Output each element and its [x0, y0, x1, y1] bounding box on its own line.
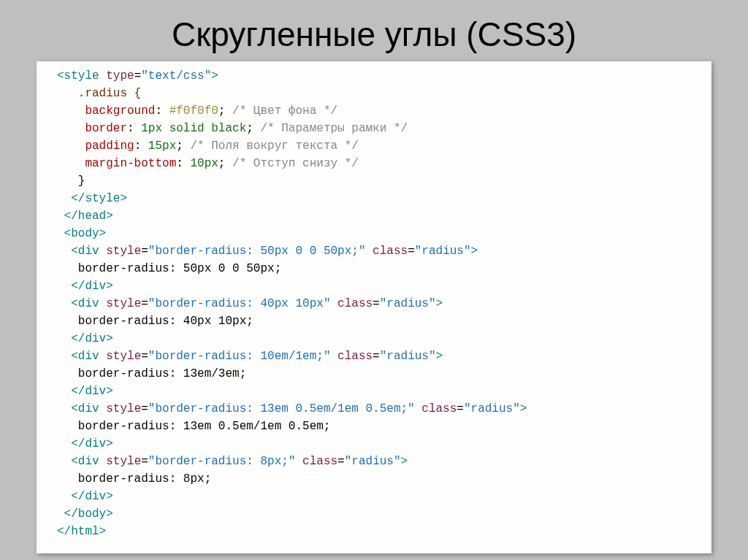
code-line: <div style="border-radius: 40px 10px" cl…: [57, 297, 443, 310]
code-line: </div>: [57, 280, 113, 293]
code-line: <div style="border-radius: 8px;" class="…: [57, 455, 408, 468]
code-line: </div>: [57, 332, 113, 345]
code-block: <style type="text/css"> .radius { backgr…: [37, 61, 711, 553]
code-line: </div>: [57, 490, 113, 503]
code-line: <div style="border-radius: 13em 0.5em/1e…: [57, 402, 527, 415]
code-line: border-radius: 40px 10px;: [57, 315, 253, 328]
code-line: border-radius: 13em 0.5em/1em 0.5em;: [57, 420, 330, 433]
code-line: }: [57, 174, 85, 188]
slide-title: Скругленные углы (CSS3): [37, 15, 711, 54]
slide: Скругленные углы (CSS3) <style type="tex…: [0, 0, 748, 560]
code-line: background: #f0f0f0; /* Цвет фона */: [57, 104, 337, 118]
code-line: padding: 15px; /* Поля вокруг текста */: [57, 139, 359, 153]
code-line: </div>: [57, 385, 113, 398]
code-line: <style type="text/css">: [57, 69, 218, 83]
code-line: border: 1px solid black; /* Параметры ра…: [57, 122, 408, 135]
code-line: </style>: [57, 192, 127, 205]
code-line: </div>: [57, 437, 113, 450]
code-line: </html>: [57, 525, 106, 538]
code-line: <div style="border-radius: 50px 0 0 50px…: [57, 245, 478, 258]
code-line: border-radius: 13em/3em;: [57, 367, 246, 380]
code-line: </body>: [57, 507, 113, 521]
code-line: <div style="border-radius: 10em/1em;" cl…: [57, 350, 443, 363]
code-line: .radius {: [57, 87, 141, 100]
code-line: </head>: [57, 210, 113, 223]
code-line: border-radius: 50px 0 0 50px;: [57, 262, 281, 275]
code-line: <body>: [57, 227, 106, 240]
code-line: border-radius: 8px;: [57, 472, 211, 486]
code-line: margin-bottom: 10px; /* Отступ снизу */: [57, 157, 359, 170]
